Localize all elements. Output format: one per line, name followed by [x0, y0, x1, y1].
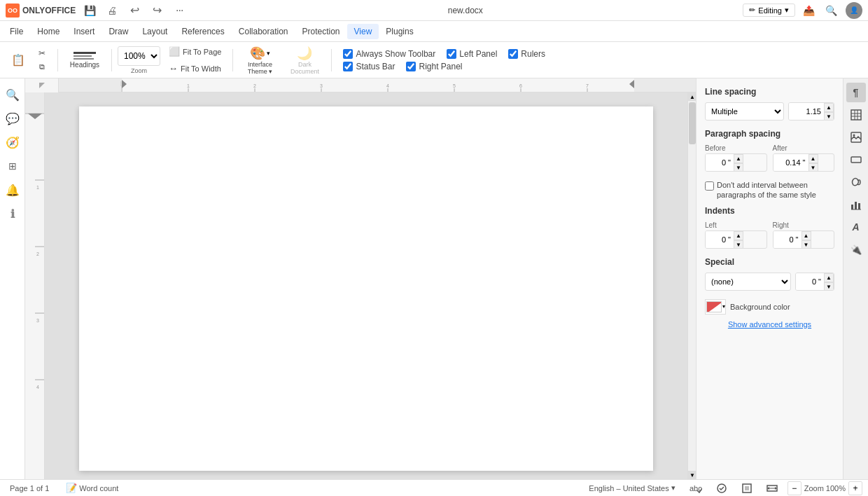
fit-to-page-button[interactable]: ⬜ Fit To Page — [163, 44, 227, 60]
word-count-button[interactable]: 📝 Word count — [62, 481, 122, 495]
same-style-checkbox[interactable] — [705, 181, 714, 191]
indent-right-down[interactable]: ▼ — [802, 240, 811, 249]
before-up[interactable]: ▲ — [734, 154, 743, 163]
paragraph-right-icon[interactable]: ¶ — [846, 83, 866, 102]
special-value-input[interactable]: ▲ ▼ — [795, 273, 834, 291]
scroll-up-button[interactable]: ▲ — [688, 92, 696, 101]
always-show-toolbar-label[interactable]: Always Show Toolbar — [343, 49, 435, 59]
share-button[interactable]: 📤 — [801, 2, 818, 19]
language-button[interactable]: English – United States ▾ — [584, 482, 679, 494]
line-spacing-value-input[interactable]: ▲ ▼ — [788, 102, 834, 120]
indent-left-value[interactable] — [706, 231, 734, 248]
after-input[interactable]: ▲ ▼ — [773, 153, 835, 172]
right-panel-label[interactable]: Right Panel — [406, 62, 462, 71]
navigate-sidebar-icon[interactable]: 🧭 — [2, 132, 23, 153]
search-title-button[interactable]: 🔍 — [823, 2, 840, 19]
zoom-out-button[interactable]: − — [788, 481, 802, 495]
status-bar-label[interactable]: Status Bar — [343, 62, 395, 71]
scroll-thumb[interactable] — [689, 102, 696, 144]
rulers-label[interactable]: Rulers — [508, 49, 545, 59]
headings-button[interactable]: Headings — [64, 45, 106, 76]
special-up[interactable]: ▲ — [824, 273, 834, 282]
menu-insert[interactable]: Insert — [66, 24, 102, 39]
indent-right-up[interactable]: ▲ — [802, 231, 811, 240]
menu-view[interactable]: View — [347, 24, 379, 39]
comment-sidebar-icon[interactable]: 💬 — [2, 108, 23, 129]
document-page[interactable] — [79, 106, 653, 471]
indent-left-up[interactable]: ▲ — [734, 231, 743, 240]
background-color-swatch[interactable]: ▾ — [705, 299, 726, 315]
undo-button[interactable]: ↩ — [126, 2, 143, 19]
dark-document-button[interactable]: 🌙 Dark Document — [284, 45, 326, 76]
indent-right-value[interactable] — [774, 231, 802, 248]
layout-right-icon[interactable] — [846, 150, 866, 170]
editing-badge[interactable]: ✏ Editing ▾ — [743, 4, 795, 17]
document-canvas[interactable] — [45, 92, 687, 479]
save-button[interactable]: 💾 — [81, 2, 98, 19]
table-right-icon[interactable] — [846, 105, 866, 125]
after-down[interactable]: ▼ — [808, 163, 818, 172]
indent-left-down[interactable]: ▼ — [734, 240, 743, 249]
advanced-settings-link[interactable]: Show advanced settings — [705, 320, 834, 329]
ruler-svg: | 1 2 3 4 5 6 7 — [59, 78, 696, 92]
before-down[interactable]: ▼ — [734, 163, 743, 172]
special-down[interactable]: ▼ — [824, 282, 834, 291]
indent-right-input[interactable]: ▲ ▼ — [773, 230, 835, 249]
zoom-select[interactable]: 100% 75% 150% — [118, 46, 160, 66]
vertical-scrollbar[interactable]: ▲ ▼ — [687, 92, 696, 479]
special-select[interactable]: (none) First Line Hanging — [705, 273, 791, 291]
left-panel-label[interactable]: Left Panel — [447, 49, 497, 59]
menu-protection[interactable]: Protection — [295, 24, 347, 39]
menu-layout[interactable]: Layout — [135, 24, 174, 39]
interface-theme-button[interactable]: 🎨 ▾ Interface Theme ▾ — [239, 45, 281, 76]
paste-button[interactable]: 📋 — [6, 48, 31, 73]
after-value[interactable] — [774, 154, 808, 171]
scroll-down-button[interactable]: ▼ — [688, 471, 696, 479]
rulers-checkbox[interactable] — [508, 49, 518, 59]
menu-references[interactable]: References — [174, 24, 231, 39]
print-button[interactable]: 🖨 — [104, 2, 120, 19]
spell-check-button[interactable]: abc — [685, 482, 706, 495]
more-button[interactable]: ··· — [171, 2, 188, 19]
page-info-button[interactable]: Page 1 of 1 — [6, 483, 53, 494]
before-value[interactable] — [706, 154, 734, 171]
user-avatar[interactable]: 👤 — [846, 2, 862, 19]
search-sidebar-icon[interactable]: 🔍 — [2, 84, 23, 105]
fit-to-width-button[interactable]: ↔ Fit To Width — [163, 61, 227, 76]
before-input[interactable]: ▲ ▼ — [705, 153, 767, 172]
info-sidebar-icon[interactable]: ℹ — [2, 203, 23, 224]
special-value[interactable] — [796, 273, 824, 290]
line-spacing-number[interactable] — [789, 103, 824, 120]
menu-collaboration[interactable]: Collaboration — [232, 24, 295, 39]
chart-right-icon[interactable] — [846, 195, 866, 214]
fit-width-status-button[interactable] — [762, 482, 782, 495]
indent-left-input[interactable]: ▲ ▼ — [705, 230, 767, 249]
notify-sidebar-icon[interactable]: 🔔 — [2, 179, 23, 200]
track-changes-button[interactable] — [712, 482, 732, 495]
line-spacing-up[interactable]: ▲ — [824, 103, 834, 112]
cut-button[interactable]: ✂ — [32, 47, 52, 60]
shapes-right-icon[interactable] — [846, 172, 866, 192]
right-panel-checkbox[interactable] — [406, 62, 416, 71]
fit-page-status-button[interactable] — [737, 482, 757, 495]
menu-draw[interactable]: Draw — [102, 24, 135, 39]
text-art-right-icon[interactable]: A — [846, 217, 866, 237]
scroll-track[interactable] — [688, 101, 696, 471]
always-show-toolbar-checkbox[interactable] — [343, 49, 353, 59]
indent-right-label: Right — [773, 221, 835, 229]
line-spacing-down[interactable]: ▼ — [824, 112, 834, 120]
zoom-in-button[interactable]: + — [848, 481, 862, 495]
line-spacing-type-select[interactable]: Multiple Single 1.5 Lines Double — [705, 102, 784, 120]
image-right-icon[interactable] — [846, 128, 866, 147]
redo-button[interactable]: ↪ — [148, 2, 165, 19]
left-panel-checkbox[interactable] — [447, 49, 456, 59]
menu-plugins[interactable]: Plugins — [379, 24, 420, 39]
plugin-right-icon[interactable]: 🔌 — [846, 240, 866, 259]
cut-icon: ✂ — [38, 48, 46, 58]
after-up[interactable]: ▲ — [808, 154, 818, 163]
status-bar-checkbox[interactable] — [343, 62, 353, 71]
menu-file[interactable]: File — [3, 24, 30, 39]
copy-button[interactable]: ⧉ — [32, 61, 52, 74]
menu-home[interactable]: Home — [30, 24, 66, 39]
grid-sidebar-icon[interactable]: ⊞ — [2, 156, 23, 177]
